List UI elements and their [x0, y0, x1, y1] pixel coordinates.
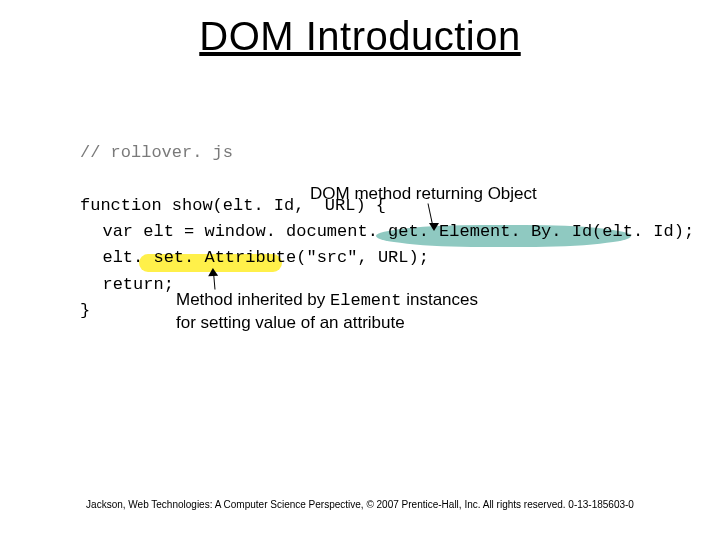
code-block: // rollover. js function show(elt. Id, U…	[80, 140, 694, 324]
code-comment: // rollover. js	[80, 143, 233, 162]
slide-container: DOM Introduction // rollover. js functio…	[0, 0, 720, 540]
slide-title: DOM Introduction	[0, 14, 720, 59]
slide-footer: Jackson, Web Technologies: A Computer Sc…	[0, 499, 720, 510]
code-line-ret: return;	[102, 275, 173, 294]
code-line-var: var elt = window. document. get. Element…	[102, 222, 694, 241]
code-line-set: elt. set. Attribute("src", URL);	[102, 248, 428, 267]
code-fn-close: }	[80, 301, 90, 320]
code-fn-open: function show(elt. Id, URL) {	[80, 196, 386, 215]
